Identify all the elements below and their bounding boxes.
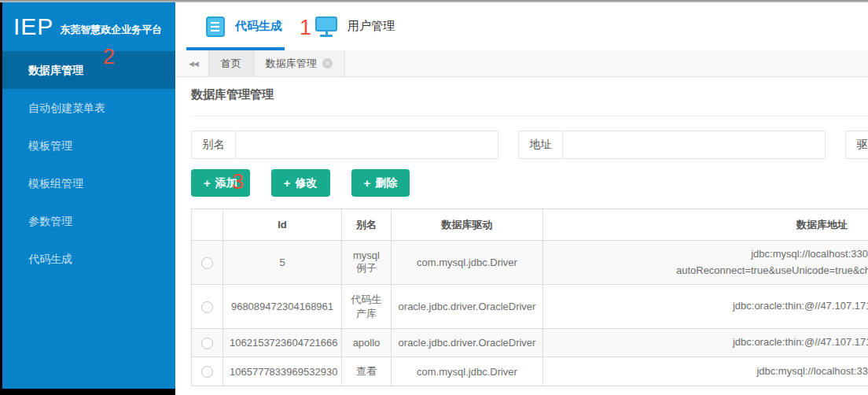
content-area: 数据库管理管理 别名地址驱动 +添加+修改+删除 Id别名数据库驱动数据库地址 …	[175, 77, 868, 386]
tab-label: 数据库管理	[266, 57, 317, 71]
plus-icon: +	[364, 176, 371, 190]
sidebar-item-3[interactable]: 模板管理	[2, 127, 175, 164]
address-line: jdbc:mysql://localhost:3306/eas	[550, 246, 868, 262]
filter-group-1: 别名	[191, 131, 498, 159]
alias-cell: 代码生产库	[342, 285, 392, 329]
row-radio[interactable]	[201, 301, 213, 313]
address-cell: jdbc:oracle:thin:@//47.107.171.54:1521	[543, 285, 868, 329]
sidebar: IEP 东莞智慧政企业务平台 数据库管理自动创建菜单表模板管理模板组管理参数管理…	[2, 2, 175, 389]
nav-label: 代码生成	[235, 19, 282, 34]
monitor-icon	[315, 17, 337, 31]
filter-group-2: 地址	[518, 131, 826, 159]
id-cell: 968089472304168961	[223, 285, 342, 329]
filter-input-1[interactable]	[235, 131, 498, 159]
filter-label: 别名	[191, 131, 236, 159]
id-cell: 1062153723604721666	[223, 329, 342, 357]
table-body: 5mysql 例子com.mysql.jdbc.Driverjdbc:mysql…	[192, 241, 868, 386]
alias-cell: mysql 例子	[342, 241, 392, 285]
tab-1[interactable]: 首页	[208, 50, 254, 76]
radio-cell	[192, 357, 223, 386]
row-radio[interactable]	[201, 257, 213, 269]
toolbar: +添加+修改+删除	[191, 169, 868, 197]
topnav: 代码生成用户管理	[175, 2, 868, 50]
plus-icon: +	[204, 176, 211, 190]
clipboard-icon	[206, 17, 225, 37]
tab-label: 首页	[221, 57, 241, 71]
table-header-row: Id别名数据库驱动数据库地址	[192, 209, 868, 241]
topnav-item-1[interactable]: 代码生成	[206, 2, 282, 50]
database-table: Id别名数据库驱动数据库地址 5mysql 例子com.mysql.jdbc.D…	[191, 209, 868, 386]
annotation-3: 3	[232, 172, 244, 193]
toolbar-button-2[interactable]: +修改	[271, 169, 330, 197]
filter-label: 驱动	[845, 131, 868, 159]
window-top-edge	[0, 0, 868, 2]
sidebar-item-5[interactable]: 参数管理	[2, 202, 175, 240]
alias-cell: apollo	[342, 329, 392, 357]
address-line: jdbc:oracle:thin:@//47.107.171.54:1521	[550, 334, 868, 350]
annotation-1: 1	[300, 17, 311, 39]
column-header-3: 别名	[342, 209, 392, 241]
collapse-tabs-icon[interactable]: ◀◀	[189, 60, 198, 68]
title-block: 数据库管理管理	[191, 77, 868, 116]
column-header-2: Id	[223, 209, 342, 241]
sidebar-item-1[interactable]: 数据库管理	[2, 51, 175, 89]
radio-cell	[192, 285, 223, 329]
filter-group-3: 驱动	[845, 131, 868, 159]
address-cell: jdbc:mysql://localhost:3306/s	[543, 357, 868, 386]
main-panel: 代码生成用户管理 ◀◀ 首页数据库管理× 数据库管理管理 别名地址驱动 +添加+…	[175, 2, 868, 395]
page-title: 数据库管理管理	[191, 87, 274, 101]
driver-cell: oracle.jdbc.driver.OracleDriver	[392, 329, 543, 357]
button-label: 修改	[296, 176, 318, 190]
id-cell: 1065777833969532930	[223, 357, 342, 386]
address-line: jdbc:oracle:thin:@//47.107.171.54:1521	[550, 298, 868, 314]
table-row-1: 5mysql 例子com.mysql.jdbc.Driverjdbc:mysql…	[192, 241, 868, 285]
tab-2[interactable]: 数据库管理×	[254, 50, 345, 76]
annotation-2: 2	[103, 46, 115, 68]
id-cell: 5	[223, 241, 342, 285]
address-cell: jdbc:mysql://localhost:3306/easautoRecon…	[543, 241, 868, 285]
plus-icon: +	[284, 176, 291, 190]
tabbar-tabs: 首页数据库管理×	[208, 50, 345, 76]
address-cell: jdbc:oracle:thin:@//47.107.171.54:1521	[543, 329, 868, 357]
topnav-item-2[interactable]: 用户管理	[315, 2, 395, 50]
filter-row: 别名地址驱动	[191, 131, 868, 159]
top-header: 代码生成用户管理	[175, 2, 868, 50]
sidebar-item-6[interactable]: 代码生成	[2, 240, 175, 278]
sidebar-menu: 数据库管理自动创建菜单表模板管理模板组管理参数管理代码生成	[2, 51, 175, 278]
row-radio[interactable]	[201, 366, 213, 378]
driver-cell: com.mysql.jdbc.Driver	[392, 241, 543, 285]
address-line: autoReconnect=true&useUnicode=true&chara…	[550, 263, 868, 279]
filter-input-2[interactable]	[562, 131, 826, 159]
driver-cell: com.mysql.jdbc.Driver	[392, 357, 543, 386]
tabbar: ◀◀ 首页数据库管理×	[175, 50, 868, 77]
logo-abbr: IEP	[13, 13, 53, 40]
address-line: jdbc:mysql://localhost:3306/s	[550, 364, 868, 379]
toolbar-button-3[interactable]: +删除	[351, 169, 410, 197]
sidebar-item-4[interactable]: 模板组管理	[2, 164, 175, 202]
radio-cell	[192, 241, 223, 285]
table-row-4: 1065777833969532930查看com.mysql.jdbc.Driv…	[192, 357, 868, 386]
filter-label: 地址	[518, 131, 563, 159]
nav-label: 用户管理	[348, 19, 395, 34]
driver-cell: oracle.jdbc.driver.OracleDriver	[392, 285, 543, 329]
button-label: 删除	[375, 176, 397, 190]
row-radio[interactable]	[201, 338, 213, 349]
radio-cell	[192, 329, 223, 357]
app-logo: IEP 东莞智慧政企业务平台	[2, 2, 175, 51]
table-row-2: 968089472304168961代码生产库oracle.jdbc.drive…	[192, 285, 868, 329]
close-icon[interactable]: ×	[322, 58, 333, 68]
column-header-1	[192, 209, 223, 241]
column-header-5: 数据库地址	[543, 209, 868, 241]
table-row-3: 1062153723604721666apollooracle.jdbc.dri…	[192, 329, 868, 357]
app-window: IEP 东莞智慧政企业务平台 数据库管理自动创建菜单表模板管理模板组管理参数管理…	[0, 0, 868, 395]
logo-title: 东莞智慧政企业务平台	[60, 23, 162, 37]
alias-cell: 查看	[342, 357, 392, 386]
column-header-4: 数据库驱动	[392, 209, 543, 241]
sidebar-item-2[interactable]: 自动创建菜单表	[2, 89, 175, 127]
